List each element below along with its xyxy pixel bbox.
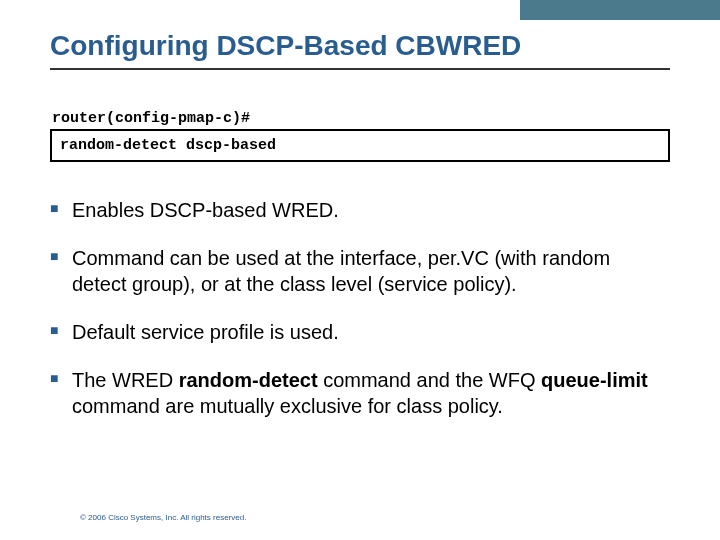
footer-copyright: © 2006 Cisco Systems, Inc. All rights re…	[80, 513, 246, 522]
bullet-item: The WRED random-detect command and the W…	[50, 367, 670, 419]
bullet-item: Command can be used at the interface, pe…	[50, 245, 670, 297]
top-bar	[0, 0, 720, 20]
cli-command: random-detect dscp-based	[60, 137, 276, 154]
bullet-item: Enables DSCP-based WRED.	[50, 197, 670, 223]
cli-command-box: random-detect dscp-based	[50, 129, 670, 162]
bullet-list: Enables DSCP-based WRED. Command can be …	[50, 197, 670, 419]
cli-prompt: router(config-pmap-c)#	[50, 110, 670, 127]
slide: Configuring DSCP-Based CBWRED router(con…	[0, 0, 720, 540]
top-bar-accent	[520, 0, 720, 20]
bullet-item: Default service profile is used.	[50, 319, 670, 345]
